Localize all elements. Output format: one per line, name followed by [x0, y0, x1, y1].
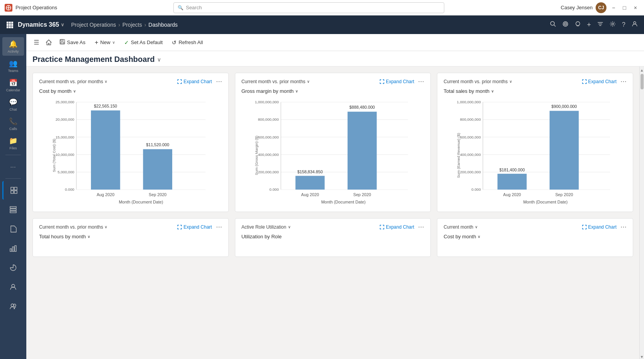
chart1-svg-wrapper: 25,000,000 20,000,000 15,000,000 10,000,… — [39, 97, 222, 205]
bar1-aug[interactable] — [91, 110, 120, 190]
bchart2-filter[interactable]: Active Role Utilization ∨ — [242, 224, 291, 230]
nav-target-icon[interactable] — [562, 21, 569, 29]
nav-lightbulb-icon[interactable] — [575, 21, 581, 29]
bottom-chart-card-2: Active Role Utilization ∨ Expand Chart ⋯ — [235, 218, 431, 257]
nav-gear-icon[interactable] — [610, 21, 616, 29]
chart3-expand-button[interactable]: Expand Chart — [582, 79, 617, 84]
sidebar-item-activity[interactable]: 🔔 Activity — [2, 37, 24, 56]
bchart1-header-right: Expand Chart ⋯ — [177, 223, 222, 231]
breadcrumb-arrow2: › — [144, 22, 146, 28]
bchart3-expand-button[interactable]: Expand Chart — [582, 224, 617, 230]
c2-aug-value: $158,834.850 — [297, 169, 323, 174]
chart3-subtitle-chevron-icon: ∨ — [491, 89, 494, 93]
c2-bar-aug[interactable] — [295, 176, 324, 190]
nav-person-icon[interactable] — [632, 21, 638, 29]
scroll-up-button[interactable]: ▲ — [640, 68, 644, 72]
c3-bar-aug[interactable] — [498, 174, 527, 190]
chart3-header-right: Expand Chart ⋯ — [582, 78, 627, 85]
sidebar-item-person2[interactable] — [2, 297, 24, 316]
chart2-icon — [10, 264, 17, 271]
sidebar-item-teams[interactable]: 👥 Teams — [2, 56, 24, 75]
save-as-label: Save As — [67, 39, 86, 45]
chart-card-3: Current month vs. prior months ∨ Expand … — [437, 73, 633, 212]
chart2-more-button[interactable]: ⋯ — [418, 78, 424, 85]
nav-plus-icon[interactable]: + — [587, 21, 591, 29]
c3-bar-sep[interactable] — [550, 111, 579, 190]
bchart1-filter[interactable]: Current month vs. prior months ∨ — [39, 224, 107, 230]
breadcrumb-project-operations[interactable]: Project Operations — [71, 22, 116, 28]
refresh-all-button[interactable]: ↺ Refresh All — [168, 38, 207, 47]
sidebar-item-person1[interactable] — [2, 278, 24, 296]
sidebar-item-files[interactable]: 📁 Files — [2, 134, 24, 152]
c2-bar-sep[interactable] — [348, 112, 377, 190]
bchart1-subtitle-chevron-icon: ∨ — [87, 234, 90, 239]
bchart3-subtitle[interactable]: Cost by month ∨ — [444, 234, 627, 239]
chart1-filter[interactable]: Current month vs. prior months ∨ — [39, 79, 107, 84]
bchart2-expand-button[interactable]: Expand Chart — [380, 224, 414, 230]
scroll-down-button[interactable]: ▼ — [640, 355, 644, 359]
c2-y4: 400,000,000 — [258, 152, 279, 157]
chart1-more-button[interactable]: ⋯ — [216, 78, 222, 85]
sidebar-item-more[interactable]: ··· — [2, 157, 24, 176]
bchart2-header-right: Expand Chart ⋯ — [380, 223, 424, 231]
chart3-subtitle[interactable]: Total sales by month ∨ — [444, 88, 627, 94]
svg-rect-8 — [11, 24, 13, 26]
chart1-svg: 25,000,000 20,000,000 15,000,000 10,000,… — [39, 97, 222, 205]
svg-rect-22 — [11, 191, 14, 193]
chart3-more-button[interactable]: ⋯ — [620, 78, 627, 85]
dashboard-title-chevron-icon[interactable]: ∨ — [157, 56, 161, 63]
bchart1-more-button[interactable]: ⋯ — [216, 223, 222, 231]
new-button[interactable]: + New ∨ — [91, 38, 119, 48]
sidebar-item-chart1[interactable] — [2, 239, 24, 258]
sidebar-item-chart2[interactable] — [2, 258, 24, 277]
nav-filter-icon[interactable] — [597, 21, 603, 29]
waffle-menu-button[interactable] — [6, 21, 13, 28]
nav-search-icon[interactable] — [550, 21, 556, 29]
c3-y0: 0.000 — [471, 187, 481, 191]
home-button[interactable] — [43, 37, 54, 48]
bchart3-more-button[interactable]: ⋯ — [620, 223, 627, 231]
bar1-sep[interactable] — [143, 149, 172, 190]
sidebar-item-dashboard2[interactable] — [2, 200, 24, 219]
scrollbar[interactable]: ▲ ▼ — [639, 67, 644, 359]
chart2-filter-label: Current month vs. prior months — [242, 79, 305, 84]
bchart3-filter[interactable]: Current month ∨ — [444, 224, 478, 230]
maximize-button[interactable]: □ — [620, 4, 628, 12]
chart2-subtitle[interactable]: Gross margin by month ∨ — [242, 88, 425, 94]
sidebar-item-calls[interactable]: 📞 Calls — [2, 115, 24, 133]
save-as-icon — [60, 39, 65, 46]
chart2-expand-button[interactable]: Expand Chart — [380, 79, 414, 84]
bottom-chart-card-1: Current month vs. prior months ∨ Expand … — [33, 218, 229, 257]
bchart2-more-button[interactable]: ⋯ — [418, 223, 424, 231]
bar1-sep-value: $11,520.000 — [146, 142, 169, 147]
c2-sep-value: $888,480.000 — [349, 105, 375, 109]
bchart1-expand-button[interactable]: Expand Chart — [177, 224, 212, 230]
chart-card-2: Current month vs. prior months ∨ Expand … — [235, 73, 431, 212]
chart1-subtitle[interactable]: Cost by month ∨ — [39, 88, 222, 94]
breadcrumb-projects[interactable]: Projects — [122, 22, 142, 28]
set-default-button[interactable]: ✓ Set As Default — [120, 38, 166, 47]
close-button[interactable]: × — [632, 4, 639, 12]
save-as-button[interactable]: Save As — [56, 38, 89, 47]
sidebar-item-dashboard1[interactable] — [2, 181, 24, 200]
chart2-expand-label: Expand Chart — [386, 79, 414, 84]
sidebar-item-calendar[interactable]: 📅 Calendar — [2, 76, 24, 94]
chart3-filter[interactable]: Current month vs. prior months ∨ — [444, 79, 512, 84]
sidebar-item-report1[interactable] — [2, 220, 24, 238]
bchart1-subtitle[interactable]: Total hours by month ∨ — [39, 234, 222, 239]
minimize-button[interactable]: − — [610, 4, 617, 12]
sidebar-item-chat[interactable]: 💬 Chat — [2, 95, 24, 114]
nav-question-icon[interactable]: ? — [622, 21, 625, 28]
chart2-filter[interactable]: Current month vs. prior months ∨ — [242, 79, 310, 84]
dynamics-brand[interactable]: Dynamics 365 ∨ — [18, 21, 64, 28]
breadcrumb-dashboards[interactable]: Dashboards — [149, 22, 178, 28]
scroll-thumb[interactable] — [641, 74, 644, 89]
toolbar-menu-button[interactable]: ☰ — [31, 37, 42, 48]
user-name: Casey Jensen — [561, 5, 593, 10]
search-bar[interactable]: 🔍 Search — [173, 2, 444, 13]
chart1-expand-button[interactable]: Expand Chart — [177, 79, 212, 84]
new-chevron-icon[interactable]: ∨ — [112, 40, 115, 44]
x-label-aug: Aug 2020 — [97, 192, 115, 197]
svg-rect-35 — [61, 42, 64, 44]
bexpand1-icon — [177, 225, 182, 229]
